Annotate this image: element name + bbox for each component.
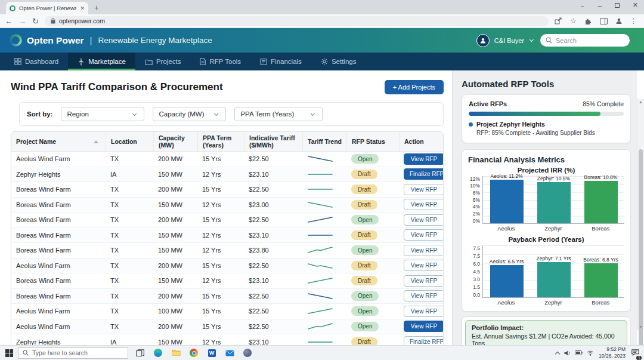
sidebar-title: Automated RFP Tools — [462, 79, 631, 89]
capacity-cell: 200 MW — [153, 216, 197, 223]
bookmark-star-icon[interactable]: ☆ — [570, 17, 577, 25]
column-header-location[interactable]: Location — [106, 132, 153, 151]
speaker-icon[interactable] — [564, 350, 571, 356]
irr-y-axis: 12%10%8%6%4%2%0% — [468, 176, 482, 224]
header-search-input[interactable] — [556, 37, 615, 44]
view-rfp-button[interactable]: View RFP — [404, 260, 443, 271]
profile-icon[interactable] — [615, 17, 623, 24]
region-dropdown[interactable]: Region — [61, 107, 144, 121]
capacity-cell: 100 MW — [153, 307, 197, 315]
column-header-tariff[interactable]: Indicative Tariff ($/MWh) — [244, 132, 302, 151]
app-icon[interactable] — [243, 348, 252, 358]
capacity-dropdown[interactable]: Capacity (MW) — [153, 107, 226, 121]
start-button[interactable] — [0, 349, 18, 357]
chrome-icon[interactable] — [189, 348, 199, 358]
browser-tab[interactable]: Opten Power | Renewable Ene ✕ — [6, 2, 88, 14]
chevron-down-icon — [214, 111, 218, 115]
folder-icon — [145, 59, 153, 65]
project-name-cell: Boreas Wind Farm — [11, 277, 106, 284]
file-explorer-icon[interactable] — [171, 348, 181, 358]
scroll-down-arrow-icon[interactable]: ▼ — [637, 325, 644, 329]
header-search[interactable] — [540, 34, 630, 47]
wifi-icon[interactable] — [587, 350, 594, 356]
user-avatar[interactable] — [476, 34, 490, 47]
column-header-rfp-status[interactable]: RFP Status — [346, 132, 399, 151]
tariff-trend-sparkline — [302, 199, 346, 210]
capacity-cell: 200 MW — [153, 323, 197, 330]
edge-icon[interactable] — [153, 348, 163, 358]
tariff-cell: $23.10 — [244, 277, 302, 284]
user-role-label[interactable]: C&I Buyer — [494, 37, 524, 44]
word-icon[interactable]: W — [207, 348, 216, 358]
sort-asc-icon — [94, 140, 98, 143]
view-rfp-button[interactable]: View RFP — [404, 153, 443, 165]
nav-item-rfp-tools[interactable]: RFP Tools — [190, 53, 250, 70]
view-rfp-button[interactable]: View RFP — [404, 229, 443, 241]
task-view-icon[interactable] — [135, 348, 145, 358]
view-rfp-button[interactable]: View RFP — [404, 245, 443, 256]
side-panel-icon[interactable] — [600, 18, 608, 24]
view-rfp-button[interactable]: View RFP — [404, 306, 443, 317]
search-icon — [23, 350, 29, 356]
mail-icon[interactable] — [225, 348, 234, 358]
view-rfp-button[interactable]: View RFP — [404, 199, 443, 210]
tab-close-icon[interactable]: ✕ — [80, 5, 85, 11]
extensions-icon[interactable] — [584, 17, 592, 25]
taskbar-search[interactable] — [18, 347, 128, 359]
share-icon[interactable] — [555, 17, 562, 24]
window-restore-button[interactable] — [615, 3, 620, 8]
reload-button[interactable]: ↻ — [32, 17, 39, 26]
nav-item-financials[interactable]: Financials — [250, 53, 311, 70]
scroll-up-arrow-icon[interactable]: ▲ — [637, 100, 644, 104]
finalize-rfp-button[interactable]: Finalize RFP — [404, 168, 443, 180]
column-header-action[interactable]: Action — [399, 132, 443, 151]
battery-icon[interactable] — [575, 350, 583, 355]
view-rfp-button[interactable]: View RFP — [404, 214, 443, 226]
nav-item-dashboard[interactable]: Dashboard — [5, 53, 68, 70]
view-rfp-button[interactable]: View RFP — [404, 290, 443, 301]
back-button[interactable]: ← — [5, 17, 13, 26]
column-header-ppa-term[interactable]: PPA Term (Years) — [197, 132, 244, 151]
ppa-term-dropdown[interactable]: PPA Term (Years) — [234, 107, 323, 121]
new-tab-button[interactable]: + — [94, 3, 99, 13]
nav-item-projects[interactable]: Projects — [135, 53, 191, 70]
rfp-status-badge: Draft — [351, 170, 377, 179]
location-cell: TX — [106, 186, 153, 193]
active-rfps-label: Active RFPs — [469, 100, 507, 107]
forward-button[interactable]: → — [18, 17, 26, 26]
tab-search-chevron-icon[interactable]: ⌄ — [580, 2, 585, 8]
browser-menu-icon[interactable]: ⋮ — [630, 17, 637, 25]
payback-chart: Payback Period (Years) 7.57.56.04.53.01.… — [468, 236, 624, 307]
ppa-term-cell: 15 Yrs — [197, 186, 244, 193]
location-cell: TX — [106, 201, 153, 208]
bar-aeolus: Aeolus: 6.5 Yrs — [483, 245, 530, 297]
window-close-button[interactable]: ✕ — [633, 1, 638, 9]
project-name-cell: Boreas Wind Farm — [11, 186, 106, 193]
url-field[interactable]: optenpower.com — [45, 16, 549, 26]
column-header-capacity[interactable]: Capacity (MW) — [153, 132, 197, 151]
bar-value-label: Boreas: 6.8 Yrs — [583, 257, 618, 263]
rfp-status-badge: Open — [351, 245, 379, 255]
taskbar-clock[interactable]: 9:52 PM 10/26, 2023 — [599, 346, 626, 359]
nav-item-settings[interactable]: Settings — [311, 53, 366, 70]
view-rfp-button[interactable]: View RFP — [404, 321, 443, 332]
tray-expand-chevron-icon[interactable] — [555, 351, 560, 356]
page-scrollbar[interactable]: ▲ ▼ — [637, 99, 644, 330]
taskbar-search-input[interactable] — [32, 349, 116, 356]
nav-item-marketplace[interactable]: Marketplace — [68, 53, 135, 70]
payback-plot-area: Aeolus: 6.5 YrsZephyr: 7.1 YrsBoreas: 6.… — [482, 245, 624, 298]
window-minimize-button[interactable]: – — [598, 2, 602, 9]
capacity-cell: 200 MW — [153, 262, 197, 269]
ppa-term-cell: 12 Yrs — [197, 247, 244, 254]
view-rfp-button[interactable]: View RFP — [404, 275, 443, 287]
ppa-term-cell: 15 Yrs — [197, 307, 244, 315]
bar-boreas: Boreas: 6.8 Yrs — [577, 245, 624, 297]
column-header-project-name[interactable]: Project Name — [11, 132, 106, 151]
app-subtitle: Renewable Energy Marketplace — [98, 36, 212, 45]
user-menu-chevron-icon[interactable] — [530, 38, 534, 42]
view-rfp-button[interactable]: View RFP — [404, 184, 443, 195]
add-projects-button[interactable]: + Add Projects — [385, 80, 444, 94]
nav-label: Dashboard — [25, 58, 58, 65]
action-center-icon[interactable]: 1 — [631, 347, 639, 358]
column-header-trend[interactable]: Tariff Trend — [302, 132, 346, 151]
